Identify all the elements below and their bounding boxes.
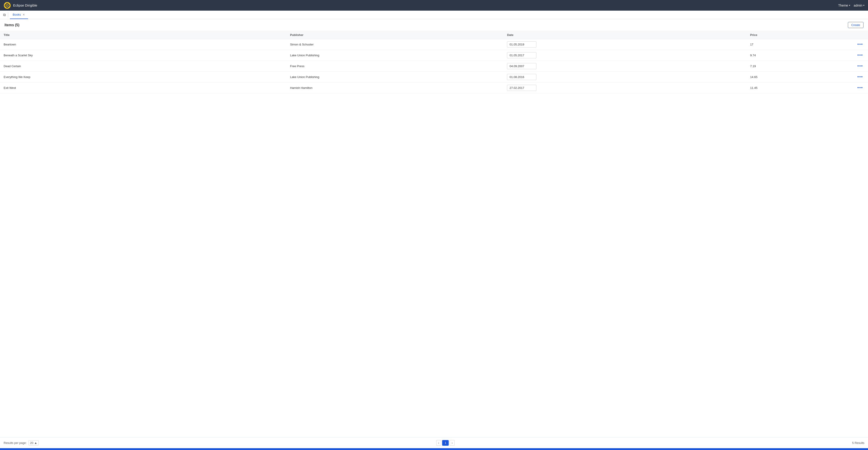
admin-label: admin (854, 4, 862, 7)
more-options-button[interactable]: ••• (856, 63, 864, 69)
books-table: Title Publisher Date Price BeartownSimon… (0, 31, 868, 93)
table-container: Title Publisher Date Price BeartownSimon… (0, 31, 868, 437)
cell-price: 17 (746, 39, 833, 50)
col-header-price: Price (746, 31, 833, 39)
per-page-chevron-icon: ▲ (34, 441, 37, 445)
cell-actions: ••• (833, 83, 868, 93)
cell-publisher: Free Press (286, 61, 503, 72)
header-right: Theme ▾ admin ▾ (838, 4, 864, 7)
tab-books-label: Books (13, 13, 21, 16)
cell-price: 7.19 (746, 61, 833, 72)
tab-close-button[interactable]: ✕ (22, 13, 25, 16)
theme-button[interactable]: Theme ▾ (838, 4, 850, 7)
per-page-select[interactable]: 20 ▲ (29, 440, 39, 446)
cell-date: 01.05.2019 (503, 39, 746, 50)
cell-title: Exit West (0, 83, 286, 93)
copy-icon-button[interactable]: ⧉ (2, 12, 7, 18)
cell-title: Beneath a Scarlet Sky (0, 50, 286, 61)
cell-actions: ••• (833, 61, 868, 72)
cell-publisher: Simon & Schuster (286, 39, 503, 50)
more-options-button[interactable]: ••• (856, 41, 864, 47)
table-row: Exit WestHamish Hamilton27.02.201711.45•… (0, 83, 868, 93)
date-input[interactable]: 01.08.2016 (507, 74, 536, 80)
items-header: Items (5) Create (0, 19, 868, 31)
cell-publisher: Hamish Hamilton (286, 83, 503, 93)
admin-chevron-icon: ▾ (863, 4, 864, 6)
cell-title: Dead Certain (0, 61, 286, 72)
cell-date: 01.05.2017 (503, 50, 746, 61)
table-row: Beneath a Scarlet SkyLake Union Publishi… (0, 50, 868, 61)
date-input[interactable]: 01.05.2019 (507, 41, 536, 48)
per-page-value: 20 (30, 441, 33, 445)
bottom-bar (0, 448, 868, 450)
date-input[interactable]: 01.05.2017 (507, 52, 536, 58)
cell-title: Beartown (0, 39, 286, 50)
tab-bar: ⧉ Books ✕ (0, 11, 868, 19)
col-header-title: Title (0, 31, 286, 39)
footer: Results per page: 20 ▲ ‹ 1 › 5 Results (0, 437, 868, 448)
cell-date: 27.02.2017 (503, 83, 746, 93)
date-input[interactable]: 27.02.2017 (507, 85, 536, 91)
theme-label: Theme (838, 4, 848, 7)
pagination: ‹ 1 › (436, 440, 455, 446)
more-options-button[interactable]: ••• (856, 53, 864, 58)
col-header-actions (833, 31, 868, 39)
cell-price: 9.74 (746, 50, 833, 61)
theme-chevron-icon: ▾ (849, 4, 850, 6)
tab-books[interactable]: Books ✕ (10, 11, 28, 19)
main-content: Items (5) Create Title Publisher Date Pr… (0, 19, 868, 437)
cell-actions: ••• (833, 72, 868, 83)
cell-date: 04.09.2007 (503, 61, 746, 72)
col-header-publisher: Publisher (286, 31, 503, 39)
table-row: Everything We KeepLake Union Publishing0… (0, 72, 868, 83)
table-row: Dead CertainFree Press04.09.20077.19••• (0, 61, 868, 72)
cell-price: 14.65 (746, 72, 833, 83)
items-title: Items (5) (4, 23, 20, 27)
prev-page-button[interactable]: ‹ (436, 440, 441, 446)
header-left: Eclipse Dirigible (4, 2, 37, 9)
content-area: Items (5) Create Title Publisher Date Pr… (0, 19, 868, 437)
next-page-button[interactable]: › (450, 440, 455, 446)
header: Eclipse Dirigible Theme ▾ admin ▾ (0, 0, 868, 11)
more-options-button[interactable]: ••• (856, 85, 864, 91)
cell-actions: ••• (833, 39, 868, 50)
results-per-page: Results per page: 20 ▲ (4, 440, 39, 446)
app-title: Eclipse Dirigible (13, 3, 37, 7)
cell-title: Everything We Keep (0, 72, 286, 83)
table-row: BeartownSimon & Schuster01.05.201917••• (0, 39, 868, 50)
copy-icon: ⧉ (3, 13, 6, 17)
more-options-button[interactable]: ••• (856, 74, 864, 80)
svg-point-3 (6, 5, 8, 6)
results-per-page-label: Results per page: (4, 441, 27, 445)
create-button[interactable]: Create (848, 22, 864, 28)
header-row: Title Publisher Date Price (0, 31, 868, 39)
col-header-date: Date (503, 31, 746, 39)
cell-publisher: Lake Union Publishing (286, 50, 503, 61)
cell-price: 11.45 (746, 83, 833, 93)
cell-actions: ••• (833, 50, 868, 61)
table-header: Title Publisher Date Price (0, 31, 868, 39)
date-input[interactable]: 04.09.2007 (507, 63, 536, 69)
cell-date: 01.08.2016 (503, 72, 746, 83)
results-count: 5 Results (852, 441, 864, 445)
tab-divider (8, 12, 8, 18)
admin-button[interactable]: admin ▾ (854, 4, 864, 7)
cell-publisher: Lake Union Publishing (286, 72, 503, 83)
table-body: BeartownSimon & Schuster01.05.201917•••B… (0, 39, 868, 93)
page-1-button[interactable]: 1 (442, 440, 449, 446)
logo-icon (4, 2, 11, 9)
